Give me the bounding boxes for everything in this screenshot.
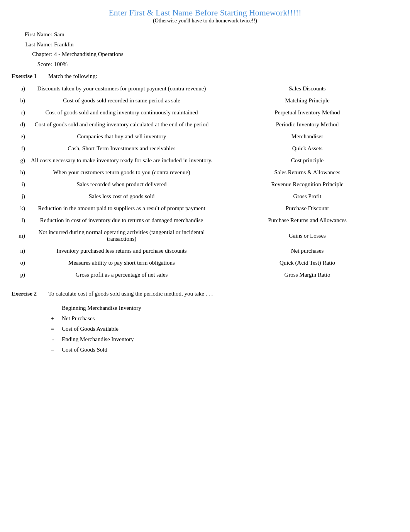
match-row: p) Gross profit as a percentage of net s… (12, 269, 398, 281)
match-row: g) All costs necessary to make inventory… (12, 155, 398, 167)
match-row: b) Cost of goods sold recorded in same p… (12, 95, 398, 107)
row-answer: Sales Discounts (216, 83, 398, 95)
row-answer: Periodic Inventory Method (216, 119, 398, 131)
header-title: Enter First & Last Name Before Starting … (12, 8, 398, 18)
row-question: All costs necessary to make inventory re… (27, 155, 216, 167)
row-question: Sales recorded when product delivered (27, 178, 216, 190)
row-letter: b) (12, 95, 27, 107)
row-letter: f) (12, 143, 27, 155)
exercise2-symbol: = (42, 347, 54, 353)
row-letter: p) (12, 269, 27, 281)
row-question: Companies that buy and sell inventory (27, 131, 216, 143)
row-answer: Purchase Discount (216, 202, 398, 214)
last-name-value: Franklin (54, 40, 74, 50)
exercise2-row: Beginning Merchandise Inventory (42, 303, 398, 313)
match-row: n) Inventory purchased less returns and … (12, 245, 398, 257)
first-name-label: First Name: (23, 30, 52, 40)
row-answer: Quick Assets (216, 143, 398, 155)
row-letter: n) (12, 245, 27, 257)
info-block: First Name: Sam Last Name: Franklin Chap… (23, 30, 398, 69)
row-question: Measures ability to pay short term oblig… (27, 257, 216, 269)
last-name-label: Last Name: (23, 40, 52, 50)
row-answer: Gross Profit (216, 190, 398, 202)
row-letter: d) (12, 119, 27, 131)
match-row: e) Companies that buy and sell inventory… (12, 131, 398, 143)
row-question: Cash, Short-Term Investments and receiva… (27, 143, 216, 155)
match-row: a) Discounts taken by your customers for… (12, 83, 398, 95)
match-row: o) Measures ability to pay short term ob… (12, 257, 398, 269)
row-letter: h) (12, 167, 27, 178)
row-question: Sales less cost of goods sold (27, 190, 216, 202)
row-question: Discounts taken by your customers for pr… (27, 83, 216, 95)
exercise2-symbol: = (42, 326, 54, 332)
exercise1-header: Exercise 1 Match the following: (12, 73, 398, 80)
row-question: Reduction in the amount paid to supplier… (27, 202, 216, 214)
row-letter: e) (12, 131, 27, 143)
row-answer: Matching Principle (216, 95, 398, 107)
exercise2-instruction: To calculate cost of goods sold using th… (48, 291, 213, 297)
row-answer: Quick (Acid Test) Ratio (216, 257, 398, 269)
row-question: When your customers return goods to you … (27, 167, 216, 178)
exercise2-text: Cost of Goods Sold (62, 347, 107, 353)
row-letter: i) (12, 178, 27, 190)
exercise2-row: + Net Purchases (42, 313, 398, 324)
exercise1-label: Exercise 1 (12, 73, 42, 80)
header-subtitle: (Otherwise you'll have to do homework tw… (12, 18, 398, 24)
row-answer: Sales Returns & Allowances (216, 167, 398, 178)
exercise2-rows: Beginning Merchandise Inventory + Net Pu… (42, 303, 398, 355)
row-answer: Gross Margin Ratio (216, 269, 398, 281)
score-label: Score: (23, 59, 52, 70)
match-row: h) When your customers return goods to y… (12, 167, 398, 178)
row-letter: l) (12, 214, 27, 226)
row-answer: Purchase Returns and Allowances (216, 214, 398, 226)
row-question: Cost of goods sold and ending inventory … (27, 119, 216, 131)
exercise2-symbol: - (42, 336, 54, 343)
chapter-label: Chapter: (23, 49, 52, 59)
exercise2-text: Ending Merchandise Inventory (62, 336, 134, 343)
row-answer: Gains or Losses (216, 226, 398, 245)
row-letter: j) (12, 190, 27, 202)
row-letter: c) (12, 107, 27, 119)
match-row: l) Reduction in cost of inventory due to… (12, 214, 398, 226)
page-header: Enter First & Last Name Before Starting … (12, 8, 398, 24)
exercise2-text: Beginning Merchandise Inventory (62, 305, 141, 311)
row-question: Cost of goods sold and ending inventory … (27, 107, 216, 119)
row-letter: m) (12, 226, 27, 245)
chapter-value: 4 - Merchandising Operations (54, 49, 124, 59)
match-row: m) Not incurred during normal operating … (12, 226, 398, 245)
exercise2-text: Net Purchases (62, 315, 95, 322)
row-answer: Revenue Recognition Principle (216, 178, 398, 190)
row-question: Reduction in cost of inventory due to re… (27, 214, 216, 226)
exercise2-row: = Cost of Goods Available (42, 324, 398, 334)
exercise2-symbol: + (42, 315, 54, 322)
row-question: Cost of goods sold recorded in same peri… (27, 95, 216, 107)
exercise2-label: Exercise 2 (12, 291, 42, 297)
match-row: j) Sales less cost of goods sold Gross P… (12, 190, 398, 202)
exercise2-header: Exercise 2 To calculate cost of goods so… (12, 291, 398, 297)
row-letter: g) (12, 155, 27, 167)
match-row: k) Reduction in the amount paid to suppl… (12, 202, 398, 214)
exercise2-text: Cost of Goods Available (62, 326, 119, 332)
row-answer: Cost principle (216, 155, 398, 167)
row-answer: Net purchases (216, 245, 398, 257)
row-letter: k) (12, 202, 27, 214)
row-question: Gross profit as a percentage of net sale… (27, 269, 216, 281)
first-name-value: Sam (54, 30, 64, 40)
row-letter: o) (12, 257, 27, 269)
match-row: f) Cash, Short-Term Investments and rece… (12, 143, 398, 155)
row-question: Not incurred during normal operating act… (27, 226, 216, 245)
row-answer: Merchandiser (216, 131, 398, 143)
row-letter: a) (12, 83, 27, 95)
score-value: 100% (54, 59, 68, 70)
exercise2-row: - Ending Merchandise Inventory (42, 334, 398, 345)
exercise1-instruction: Match the following: (48, 73, 97, 80)
row-answer: Perpetual Inventory Method (216, 107, 398, 119)
exercise2-row: = Cost of Goods Sold (42, 345, 398, 355)
match-table: a) Discounts taken by your customers for… (12, 83, 398, 281)
row-question: Inventory purchased less returns and pur… (27, 245, 216, 257)
match-row: c) Cost of goods sold and ending invento… (12, 107, 398, 119)
match-row: i) Sales recorded when product delivered… (12, 178, 398, 190)
match-row: d) Cost of goods sold and ending invento… (12, 119, 398, 131)
